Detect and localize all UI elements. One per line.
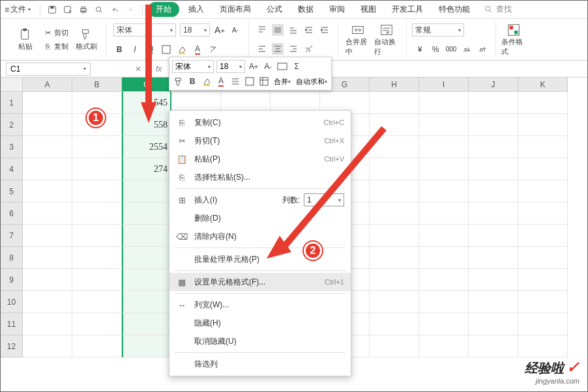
save-as-icon[interactable] xyxy=(61,3,74,16)
col-header-b[interactable]: B xyxy=(72,77,122,92)
cell[interactable] xyxy=(72,203,122,225)
col-header-i[interactable]: I xyxy=(419,77,469,92)
indent-increase-icon[interactable] xyxy=(319,24,331,36)
ctx-column-width[interactable]: ↔列宽(W)... xyxy=(169,296,351,314)
cell[interactable] xyxy=(469,92,518,114)
mini-border-icon[interactable] xyxy=(244,76,256,87)
cell[interactable] xyxy=(419,335,469,357)
cell[interactable] xyxy=(518,92,568,114)
undo-icon[interactable] xyxy=(108,3,121,16)
cell[interactable] xyxy=(72,313,122,335)
border-button[interactable] xyxy=(160,44,172,55)
cell[interactable] xyxy=(370,269,419,291)
cell[interactable] xyxy=(72,158,122,180)
mini-decrease-font-icon[interactable]: A- xyxy=(262,61,274,72)
file-menu[interactable]: ≡文件▾ xyxy=(5,4,31,15)
row-header[interactable]: 12 xyxy=(1,335,23,357)
decrease-font-icon[interactable]: A- xyxy=(229,24,241,36)
select-all-corner[interactable] xyxy=(1,77,23,92)
number-format-select[interactable]: 常规▾ xyxy=(412,23,464,36)
font-size-select[interactable]: 18▾ xyxy=(180,23,210,36)
cell[interactable] xyxy=(122,225,171,247)
cell[interactable] xyxy=(419,114,469,136)
cell[interactable] xyxy=(518,225,568,247)
cell[interactable] xyxy=(23,92,72,114)
ctx-paste-special[interactable]: ⎘选择性粘贴(S)... xyxy=(169,168,351,186)
align-right-icon[interactable] xyxy=(287,43,299,55)
align-top-icon[interactable] xyxy=(256,24,268,36)
cell[interactable] xyxy=(122,291,171,313)
cell[interactable] xyxy=(122,269,171,291)
ctx-hide[interactable]: 隐藏(H) xyxy=(169,314,351,332)
cell[interactable] xyxy=(518,136,568,158)
fx-icon[interactable]: fx xyxy=(156,64,162,74)
cell[interactable] xyxy=(469,136,518,158)
cell[interactable] xyxy=(122,313,171,335)
cell[interactable] xyxy=(23,269,72,291)
row-header[interactable]: 6 xyxy=(1,203,23,225)
cell[interactable] xyxy=(469,247,518,269)
mini-format-painter-icon[interactable] xyxy=(172,76,184,87)
ctx-paste[interactable]: 📋粘贴(P)Ctrl+V xyxy=(169,150,351,168)
mini-cell-style-icon[interactable] xyxy=(258,76,270,87)
cell[interactable] xyxy=(469,203,518,225)
col-header-a[interactable]: A xyxy=(23,77,72,92)
cell[interactable] xyxy=(370,203,419,225)
cell[interactable] xyxy=(370,313,419,335)
tab-view[interactable]: 视图 xyxy=(354,2,383,17)
tab-features[interactable]: 特色功能 xyxy=(432,2,477,17)
fill-color-button[interactable] xyxy=(176,44,188,55)
cell[interactable] xyxy=(23,313,72,335)
align-middle-icon[interactable] xyxy=(272,24,284,36)
orientation-icon[interactable] xyxy=(303,43,315,55)
cell[interactable] xyxy=(518,203,568,225)
col-header-c[interactable]: C xyxy=(122,77,171,92)
decrease-decimal-icon[interactable]: .0 xyxy=(477,44,488,55)
cell[interactable] xyxy=(518,291,568,313)
comma-icon[interactable]: 000 xyxy=(445,44,457,55)
cell[interactable] xyxy=(419,203,469,225)
cell[interactable] xyxy=(72,180,122,203)
row-header[interactable]: 2 xyxy=(1,114,23,136)
mini-autosum-button[interactable]: 自动求和▾ xyxy=(295,76,329,87)
cell[interactable] xyxy=(23,158,72,180)
tab-review[interactable]: 审阅 xyxy=(323,2,351,17)
row-header[interactable]: 1 xyxy=(1,92,23,114)
cell[interactable] xyxy=(23,247,72,269)
cell[interactable] xyxy=(469,114,518,136)
cell[interactable] xyxy=(23,225,72,247)
col-header-k[interactable]: K xyxy=(518,77,568,92)
align-left-icon[interactable] xyxy=(256,43,268,55)
row-header[interactable]: 9 xyxy=(1,269,23,291)
cell[interactable] xyxy=(469,180,518,203)
tab-insert[interactable]: 插入 xyxy=(182,2,211,17)
italic-button[interactable]: I xyxy=(129,44,141,55)
cell[interactable] xyxy=(370,180,419,203)
cell[interactable] xyxy=(518,247,568,269)
col-header-h[interactable]: H xyxy=(370,77,419,92)
print-preview-icon[interactable] xyxy=(93,3,106,16)
mini-merge-icon[interactable] xyxy=(276,61,288,72)
cell[interactable] xyxy=(469,269,518,291)
cell[interactable] xyxy=(72,136,122,158)
indent-decrease-icon[interactable] xyxy=(303,24,315,36)
mini-merge-button[interactable]: 合并▾ xyxy=(272,76,292,87)
cell[interactable] xyxy=(370,225,419,247)
cell[interactable] xyxy=(518,335,568,357)
align-center-icon[interactable] xyxy=(272,43,284,55)
print-icon[interactable] xyxy=(77,3,90,16)
cell[interactable] xyxy=(72,291,122,313)
cell[interactable] xyxy=(23,291,72,313)
cell[interactable] xyxy=(122,247,171,269)
cell[interactable] xyxy=(419,158,469,180)
format-painter-button[interactable]: 格式刷 xyxy=(74,27,98,51)
cell[interactable] xyxy=(370,158,419,180)
cell[interactable] xyxy=(518,269,568,291)
cell[interactable] xyxy=(72,247,122,269)
merge-center-button[interactable]: 合并居中 xyxy=(345,23,370,57)
ctx-delete[interactable]: 删除(D) xyxy=(169,209,351,227)
cell[interactable] xyxy=(72,335,122,357)
clear-format-icon[interactable] xyxy=(207,44,219,55)
cell[interactable] xyxy=(469,158,518,180)
cell[interactable] xyxy=(370,92,419,114)
